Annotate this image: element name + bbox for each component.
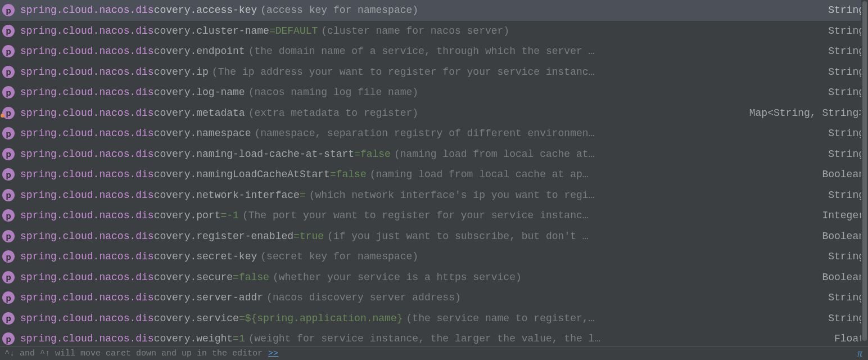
property-type: String [828, 25, 865, 37]
property-description: (extra metadata to register) [248, 107, 739, 119]
completion-item[interactable]: pspring.cloud.nacos.discovery.network-in… [0, 185, 868, 206]
property-type: Boolean [822, 169, 865, 180]
property-type: Float [834, 333, 865, 344]
matched-text: spring.cloud.nacos.dis [20, 333, 154, 344]
completion-item[interactable]: pspring.cloud.nacos.discovery.endpoint(t… [0, 41, 868, 62]
property-key: spring.cloud.nacos.discovery.register-en… [20, 231, 324, 242]
property-icon: p [2, 25, 15, 37]
property-description: (which network interface's ip you want t… [309, 190, 818, 201]
rest-text: covery.naming-load-cache-at-start [154, 148, 354, 160]
completion-item[interactable]: pspring.cloud.nacos.discovery.weight=1(w… [0, 328, 868, 346]
matched-text: spring.cloud.nacos.dis [20, 46, 154, 57]
property-key: spring.cloud.nacos.discovery.access-key [20, 4, 257, 16]
completion-item[interactable]: pspring.cloud.nacos.discovery.cluster-na… [0, 21, 868, 42]
default-value: = [300, 190, 306, 201]
matched-text: spring.cloud.nacos.dis [20, 66, 154, 78]
rest-text: covery.secret-key [154, 251, 257, 262]
property-description: (naming load from local cache at… [394, 148, 818, 160]
rest-text: covery.metadata [154, 107, 245, 119]
hint-text: ^↓ and ^↑ will move caret down and up in… [4, 349, 263, 358]
property-key: spring.cloud.nacos.discovery.metadata [20, 107, 245, 119]
completion-item[interactable]: pspring.cloud.nacos.discovery.log-name(n… [0, 82, 868, 103]
property-description: (cluster name for nacos server) [321, 25, 818, 37]
rest-text: covery.secure [154, 272, 233, 283]
default-value: =-1 [220, 210, 238, 221]
property-key: spring.cloud.nacos.discovery.network-int… [20, 190, 306, 201]
property-type: String [828, 313, 865, 324]
property-description: (the service name to register,… [406, 313, 819, 324]
property-key: spring.cloud.nacos.discovery.ip [20, 66, 209, 78]
property-type: String [828, 46, 865, 57]
rest-text: covery.namespace [154, 128, 251, 139]
matched-text: spring.cloud.nacos.dis [20, 190, 154, 201]
default-value: =false [330, 169, 367, 180]
rest-text: covery.register-enabled [154, 231, 293, 242]
completion-item[interactable]: pspring.cloud.nacos.discovery.service=${… [0, 308, 868, 329]
property-description: (nacos naming log file name) [248, 87, 819, 98]
property-key: spring.cloud.nacos.discovery.secure=fals… [20, 272, 269, 283]
default-value: =${spring.application.name} [239, 313, 403, 324]
completion-item[interactable]: pspring.cloud.nacos.discovery.ip(The ip … [0, 62, 868, 83]
matched-text: spring.cloud.nacos.dis [20, 313, 154, 324]
property-description: (secret key for namespace) [260, 251, 818, 262]
property-icon: p [2, 271, 15, 284]
completion-popup: pspring.cloud.nacos.discovery.access-key… [0, 0, 868, 360]
matched-text: spring.cloud.nacos.dis [20, 4, 154, 16]
rest-text: covery.endpoint [154, 46, 245, 57]
property-key: spring.cloud.nacos.discovery.namespace [20, 128, 251, 139]
property-key: spring.cloud.nacos.discovery.service=${s… [20, 313, 403, 324]
pi-icon[interactable]: π [857, 348, 862, 359]
property-icon: p [2, 250, 15, 263]
property-key: spring.cloud.nacos.discovery.namingLoadC… [20, 169, 367, 180]
property-icon: p [2, 107, 15, 119]
scrollbar-track[interactable] [861, 0, 868, 346]
property-icon: p [2, 332, 15, 345]
matched-text: spring.cloud.nacos.dis [20, 292, 154, 303]
hint-bar: ^↓ and ^↑ will move caret down and up in… [0, 346, 868, 360]
property-description: (access key for namespace) [260, 4, 818, 16]
property-type: String [828, 148, 865, 160]
completion-item[interactable]: pspring.cloud.nacos.discovery.namespace(… [0, 123, 868, 144]
property-key: spring.cloud.nacos.discovery.weight=1 [20, 333, 245, 344]
rest-text: covery.port [154, 210, 221, 221]
default-value: =true [293, 231, 324, 242]
matched-text: spring.cloud.nacos.dis [20, 231, 154, 242]
property-type: String [828, 87, 865, 98]
hint-link[interactable]: >> [268, 349, 278, 358]
property-icon: p [2, 312, 15, 325]
scrollbar-thumb[interactable] [862, 1, 867, 341]
completion-item[interactable]: pspring.cloud.nacos.discovery.secure=fal… [0, 267, 868, 288]
completion-item[interactable]: pspring.cloud.nacos.discovery.naming-loa… [0, 144, 868, 165]
matched-text: spring.cloud.nacos.dis [20, 272, 154, 283]
completion-item[interactable]: pspring.cloud.nacos.discovery.secret-key… [0, 246, 868, 267]
matched-text: spring.cloud.nacos.dis [20, 107, 154, 119]
property-key: spring.cloud.nacos.discovery.log-name [20, 87, 245, 98]
completion-item[interactable]: pspring.cloud.nacos.discovery.metadata(e… [0, 103, 868, 124]
property-key: spring.cloud.nacos.discovery.port=-1 [20, 210, 239, 221]
completion-item[interactable]: pspring.cloud.nacos.discovery.namingLoad… [0, 164, 868, 185]
matched-text: spring.cloud.nacos.dis [20, 210, 154, 221]
default-value: =1 [233, 333, 245, 344]
completion-item[interactable]: pspring.cloud.nacos.discovery.register-e… [0, 226, 868, 247]
rest-text: covery.cluster-name [154, 25, 269, 37]
property-key: spring.cloud.nacos.discovery.naming-load… [20, 148, 391, 160]
property-icon: p [2, 4, 15, 16]
property-icon: p [2, 45, 15, 57]
default-value: =false [233, 272, 269, 283]
property-icon: p [2, 209, 15, 222]
property-description: (if you just want to subscribe, but don'… [327, 231, 812, 242]
property-icon: p [2, 86, 15, 98]
default-value: =false [354, 148, 391, 160]
property-description: (namespace, separation registry of diffe… [254, 128, 818, 139]
completion-list: pspring.cloud.nacos.discovery.access-key… [0, 0, 868, 346]
matched-text: spring.cloud.nacos.dis [20, 169, 154, 180]
completion-item[interactable]: pspring.cloud.nacos.discovery.access-key… [0, 0, 868, 21]
property-type: Boolean [822, 272, 865, 283]
rest-text: covery.access-key [154, 4, 257, 16]
property-type: String [828, 66, 865, 78]
property-type: Map<String, String> [749, 107, 865, 119]
completion-item[interactable]: pspring.cloud.nacos.discovery.server-add… [0, 287, 868, 308]
property-key: spring.cloud.nacos.discovery.endpoint [20, 46, 245, 57]
rest-text: covery.server-addr [154, 292, 263, 303]
completion-item[interactable]: pspring.cloud.nacos.discovery.port=-1(Th… [0, 205, 868, 226]
